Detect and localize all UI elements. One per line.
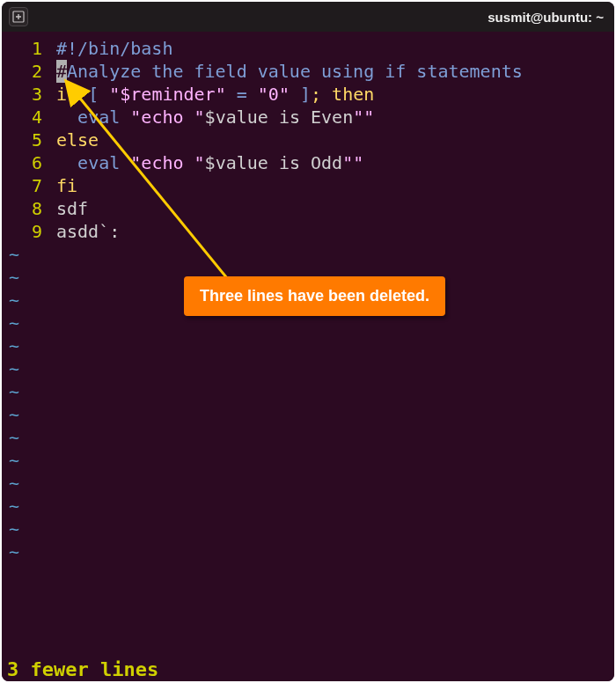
token: fi [56,175,77,196]
code-line: 8sdf [2,197,614,220]
code-line: 3if [ "$reminder" = "0" ]; then [2,83,614,106]
token: "echo " [130,106,204,128]
code-content: if [ "$reminder" = "0" ]; then [53,83,614,106]
new-tab-button[interactable] [9,7,28,26]
line-number: 9 [2,220,53,243]
token: Analyze the field value using if stateme… [67,61,523,82]
code-content: fi [53,174,614,197]
token: "echo " [130,152,204,173]
line-number: 6 [2,151,53,174]
token: else [56,129,99,151]
token: "" [342,152,363,173]
terminal-window: susmit@ubuntu: ~ 1#!/bin/bash2#Analyze t… [2,2,614,681]
empty-line-tilde: ~ [2,426,614,449]
token: sdf [56,198,88,219]
window-titlebar: susmit@ubuntu: ~ [2,2,614,32]
vim-status-bar: 3 fewer lines [2,657,614,681]
token: "$reminder" [109,84,225,105]
cursor: # [56,60,67,83]
line-number: 1 [2,37,53,60]
token: eval [77,106,130,128]
token: "0" [258,84,290,105]
code-line: 1#!/bin/bash [2,37,614,60]
token: asdd`: [56,221,120,242]
code-line: 5else [2,129,614,151]
token: ; then [311,84,374,105]
code-content: else [53,129,614,151]
code-line: 7fi [2,174,614,197]
line-number: 8 [2,197,53,220]
status-message: 3 fewer lines [7,658,158,680]
token: = [226,84,258,105]
code-content: sdf [53,197,614,220]
token: $value is Odd [205,152,343,173]
code-content: eval "echo "$value is Odd"" [53,151,614,174]
line-number: 5 [2,129,53,151]
empty-line-tilde: ~ [2,449,614,472]
code-line: 6 eval "echo "$value is Odd"" [2,151,614,174]
empty-line-tilde: ~ [2,403,614,426]
empty-line-tilde: ~ [2,472,614,495]
empty-line-tilde: ~ [2,243,614,266]
token: "" [353,106,374,128]
token [56,152,77,173]
empty-line-tilde: ~ [2,380,614,403]
token: $value is Even [205,106,354,128]
empty-line-tilde: ~ [2,540,614,563]
empty-line-tilde: ~ [2,518,614,540]
code-line: 9asdd`: [2,220,614,243]
code-content: #!/bin/bash [53,37,614,60]
token: ] [290,84,311,105]
code-line: 2#Analyze the field value using if state… [2,60,614,83]
token: #!/bin/bash [56,38,172,59]
empty-line-tilde: ~ [2,334,614,357]
empty-line-tilde: ~ [2,357,614,380]
token [56,106,77,128]
line-number: 4 [2,106,53,129]
line-number: 2 [2,60,53,83]
token: eval [77,152,130,173]
code-content: eval "echo "$value is Even"" [53,106,614,129]
line-number: 3 [2,83,53,106]
code-line: 4 eval "echo "$value is Even"" [2,106,614,129]
code-content: asdd`: [53,220,614,243]
code-content: #Analyze the field value using if statem… [53,60,614,83]
annotation-text: Three lines have been deleted. [200,287,429,305]
token: if [56,84,88,105]
empty-line-tilde: ~ [2,495,614,518]
token: [ [88,84,109,105]
line-number: 7 [2,174,53,197]
annotation-callout: Three lines have been deleted. [184,276,445,316]
window-title: susmit@ubuntu: ~ [488,2,604,32]
